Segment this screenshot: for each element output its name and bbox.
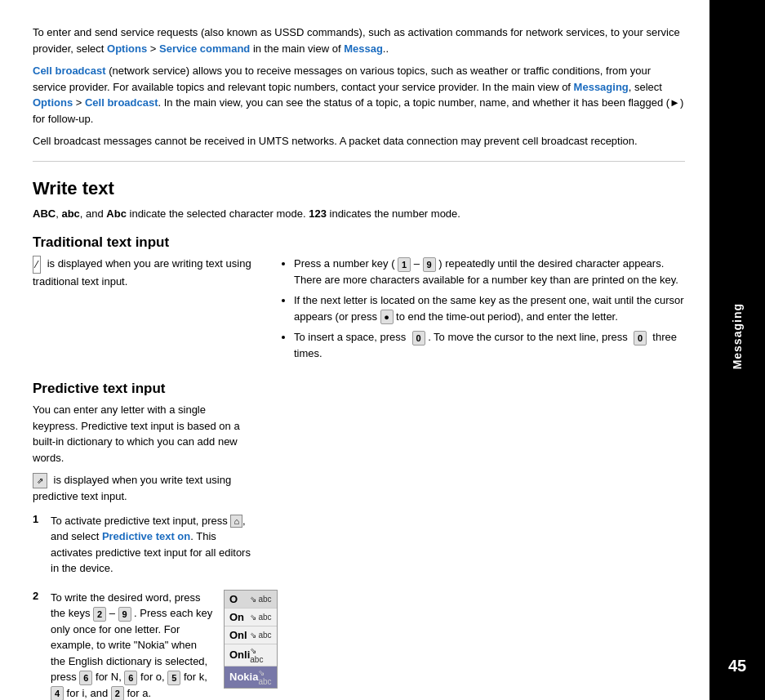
key-0: 0 (634, 331, 647, 346)
predictive-icon: ⇗ (33, 473, 47, 488)
predictive-left: You can enter any letter with a single k… (33, 402, 253, 700)
phone-row-2: On ⇘ abc (225, 609, 277, 626)
abc-title: Abc (106, 207, 127, 220)
menu-key: ⌂ (230, 515, 242, 528)
key-6-o: 6 (124, 671, 137, 685)
predictive-icon-line: ⇗ is displayed when you write text using… (33, 472, 253, 505)
content-body: To enter and send service requests (also… (33, 25, 685, 700)
phone-row-5: Nokia ⇘ abc (225, 667, 277, 688)
phone-abc-3: ⇘ abc (250, 631, 272, 640)
key-2: 2 (93, 607, 106, 622)
trad-paragraph: ⁄ is displayed when you are writing text… (33, 256, 253, 290)
step1-label: 1 (33, 513, 44, 525)
phone-row-text-1: O (229, 593, 238, 605)
predictive-paragraph: You can enter any letter with a single k… (33, 402, 253, 466)
page-container: To enter and send service requests (also… (0, 0, 765, 700)
cell-broadcast-paragraph: Cell broadcast (network service) allows … (33, 63, 685, 127)
trad-section: ⁄ is displayed when you are writing text… (33, 256, 685, 368)
step2-content: To write the desired word, press the key… (51, 590, 253, 700)
messag-link: Messag (344, 42, 383, 55)
options-link: Options (107, 42, 147, 55)
phone-abc-2: ⇘ abc (250, 613, 272, 622)
write-text-intro: ABC, abc, and Abc indicate the selected … (33, 206, 685, 222)
phone-abc-1: ⇘ abc (250, 595, 272, 604)
bullet-list: Press a number key ( 1 – 9 ) repeatedly … (278, 256, 685, 361)
predictive-heading: Predictive text input (33, 381, 685, 397)
key-4: 4 (51, 686, 64, 700)
bullet-item-1: Press a number key ( 1 – 9 ) repeatedly … (294, 256, 685, 288)
step1-text: To activate predictive text input, press… (51, 513, 253, 577)
key-6-n: 6 (79, 671, 92, 685)
trad-heading: Traditional text input (33, 234, 685, 251)
phone-display: O ⇘ abc On ⇘ abc Onl ⇘ a (224, 590, 278, 689)
step2-label: 2 (33, 590, 44, 602)
cell-broadcast-link2: Cell broadcast (85, 96, 158, 109)
cell-broadcast-link1: Cell broadcast (33, 65, 106, 77)
phone-row-text-4: Onli (229, 649, 250, 661)
sidebar-label: Messaging (731, 303, 744, 369)
key-9b: 9 (118, 607, 131, 622)
phone-row-text-5: Nokia (229, 671, 258, 683)
divider1 (33, 161, 685, 162)
key-1: 1 (398, 257, 411, 272)
abc-modes: ABC (33, 207, 56, 220)
phone-abc-4: ⇘ abc (250, 646, 271, 664)
predictive-section: You can enter any letter with a single k… (33, 402, 685, 700)
abc-lower: abc (61, 207, 79, 220)
main-content: To enter and send service requests (also… (0, 0, 709, 700)
service-link: Service command (159, 42, 250, 55)
write-text-heading: Write text (33, 178, 685, 199)
num-mode: 123 (309, 207, 327, 220)
trad-right: Press a number key ( 1 – 9 ) repeatedly … (278, 256, 685, 368)
step2-text: To write the desired word, press the key… (51, 590, 214, 700)
trad-left: ⁄ is displayed when you are writing text… (33, 256, 253, 368)
intro-paragraph: To enter and send service requests (also… (33, 25, 685, 56)
key-9: 9 (423, 257, 436, 272)
phone-row-text-3: Onl (229, 629, 247, 641)
key-5: 5 (167, 671, 180, 685)
sidebar: Messaging 45 (709, 0, 765, 700)
numbered-list: 1 To activate predictive text input, pre… (33, 513, 253, 700)
key-space: 0 (412, 331, 425, 346)
bullet-item-3: To insert a space, press 0 . To move the… (294, 329, 685, 361)
trad-icon: ⁄ (33, 256, 41, 274)
phone-row-3: Onl ⇘ abc (225, 626, 277, 644)
cell-broadcast-umts: Cell broadcast messages cannot be receiv… (33, 133, 685, 149)
phone-row-1: O ⇘ abc (225, 591, 277, 609)
predictive-on-link: Predictive text on (102, 530, 190, 542)
phone-abc-5: ⇘ abc (258, 668, 271, 686)
messaging-link: Messaging (574, 81, 629, 93)
bullet-item-2: If the next letter is located on the sam… (294, 292, 685, 324)
key-2-a: 2 (111, 686, 124, 700)
wait-key: ● (380, 310, 394, 324)
step1: 1 To activate predictive text input, pre… (33, 513, 253, 583)
options-link2: Options (33, 96, 73, 109)
phone-row-text-2: On (229, 611, 244, 623)
step2: 2 To write the desired word, press the k… (33, 590, 253, 700)
phone-row-4: Onli ⇘ abc (225, 644, 277, 667)
page-number: 45 (728, 657, 746, 675)
